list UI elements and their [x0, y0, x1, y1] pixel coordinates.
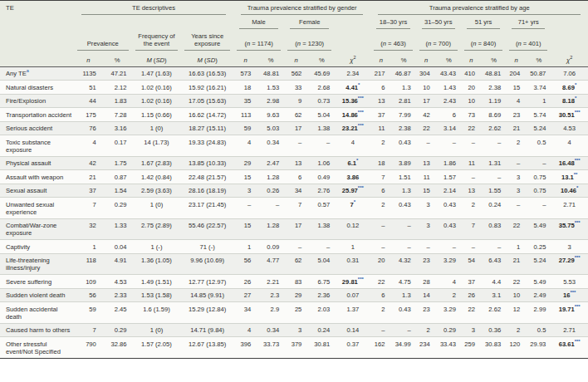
cell: – [257, 198, 284, 219]
chi-square-gender: 1 [335, 240, 370, 254]
cell: 175 [74, 108, 103, 122]
cell: 22 [461, 121, 482, 135]
cell: 1.42 (0.84) [132, 170, 182, 184]
cell: 0.43 [391, 302, 415, 324]
cell: – [416, 135, 437, 157]
cell: 71 (-) [181, 240, 233, 254]
cell: 7.99 [391, 108, 415, 122]
cell: 204 [506, 66, 527, 81]
cell: 3 [416, 198, 437, 219]
cell: 11 [370, 121, 391, 135]
cell: – [482, 240, 506, 254]
cell: 2.36 [308, 288, 335, 302]
group-header-descriptives: TE descriptives [74, 1, 233, 17]
cell: – [506, 198, 527, 219]
chi-square-age: 63.61*** [551, 337, 588, 359]
cell: 18.27 (15.11) [181, 121, 233, 135]
cell: 8.69 [482, 108, 506, 122]
cell: 0.49 [308, 170, 335, 184]
cell: 3.89 [391, 156, 415, 170]
cell: 1.86 [437, 156, 461, 170]
cell: 10 [461, 94, 482, 108]
chi-square-age: 16*** [551, 288, 588, 302]
cell: 62 [284, 108, 308, 122]
te-row-label: Any TEa [0, 66, 74, 81]
cell: 28.16 (18.19) [181, 184, 233, 198]
cell: 43.43 [437, 66, 461, 81]
chi-square-gender: 2.34 [335, 66, 370, 81]
cell: 0.5 [527, 323, 551, 337]
table-row: Sudden violent death562.331.53 (1.58)14.… [0, 288, 588, 302]
cell: 2.9 [257, 302, 284, 324]
cell: 25 [284, 302, 308, 324]
cell: 7 [74, 198, 103, 219]
group-header-gender: Trauma prevalence stratified by gender [233, 1, 370, 17]
cell: 0.43 [437, 198, 461, 219]
cell: – [284, 135, 308, 157]
cell: 562 [284, 66, 308, 81]
cell: 113 [233, 108, 257, 122]
cell: – [391, 323, 415, 337]
cell: 21 [506, 253, 527, 275]
cell: 48.81 [482, 66, 506, 81]
cell: 20 [370, 253, 391, 275]
cell: – [370, 218, 391, 240]
chi-square-gender: 7* [335, 198, 370, 219]
cell: 56 [233, 253, 257, 275]
table-row: Severe suffering1094.531.49 (1.51)12.77 … [0, 275, 588, 289]
chi-square-age: 10.46* [551, 184, 588, 198]
chi-square-gender: 4.41* [335, 81, 370, 95]
cell: 410 [461, 66, 482, 81]
cell: – [506, 156, 527, 170]
cell: 23.17 (21.45) [181, 198, 233, 219]
cell: 2.98 [257, 94, 284, 108]
cell: 5.24 [527, 253, 551, 275]
cell: 1.15 (0.66) [132, 108, 182, 122]
cell: 1.55 [482, 184, 506, 198]
cell: 2.12 [103, 81, 132, 95]
cell: 22 [461, 302, 482, 324]
cell: 12.77 (12.97) [181, 275, 233, 289]
te-row-label: Physical assault [0, 156, 74, 170]
cell: 1.28 [257, 218, 284, 240]
subheader-age-1: 31–50 yrs [416, 17, 461, 31]
cell: 14.85 (9.91) [181, 288, 233, 302]
chi-square-age: 5.53 [551, 275, 588, 289]
cell: 2.47 [257, 156, 284, 170]
cell: 4.77 [257, 253, 284, 275]
cell: 1.49 (1.51) [132, 275, 182, 289]
cell: 23 [416, 253, 437, 275]
cell: 42 [416, 108, 437, 122]
cell: 379 [284, 337, 308, 359]
cell: 15 [233, 170, 257, 184]
cell: 34 [233, 302, 257, 324]
chi-square-gender: 0.31 [335, 253, 370, 275]
te-row-label: Fire/Explosion [0, 94, 74, 108]
trauma-prevalence-table: TETE descriptivesTrauma prevalence strat… [0, 0, 588, 359]
cell: 2 [461, 198, 482, 219]
cell: – [527, 156, 551, 170]
chi-square-gender: 29.81*** [335, 275, 370, 289]
cell: 30.81 [308, 337, 335, 359]
cell: 17.05 (15.63) [181, 94, 233, 108]
table-body: Any TEa113547.211.47 (1.63)16.63 (16.53)… [0, 66, 588, 358]
cell: 62 [284, 253, 308, 275]
n-label-age-3: (n = 401) [506, 31, 551, 52]
cell: 1.67 (2.83) [132, 156, 182, 170]
cell: 6 [284, 170, 308, 184]
cell: 33.73 [257, 337, 284, 359]
cell: 15 [416, 184, 437, 198]
cell: 0.83 [482, 218, 506, 240]
cell: 1.28 [257, 170, 284, 184]
cell: – [233, 198, 257, 219]
table-row: Assault with weapon210.871.42 (0.84)22.4… [0, 170, 588, 184]
cell: 3.16 [103, 121, 132, 135]
cell: 1.53 (1.58) [132, 288, 182, 302]
chi-square-age: 3 [551, 240, 588, 254]
cell: 2 [370, 302, 391, 324]
cell: 2.62 [482, 302, 506, 324]
cell: 1.57 [437, 170, 461, 184]
table-row: Physical assault421.751.67 (2.83)13.85 (… [0, 156, 588, 170]
table-row: Other stress­ful event/Not Specified7903… [0, 337, 588, 359]
cell: 35 [233, 94, 257, 108]
